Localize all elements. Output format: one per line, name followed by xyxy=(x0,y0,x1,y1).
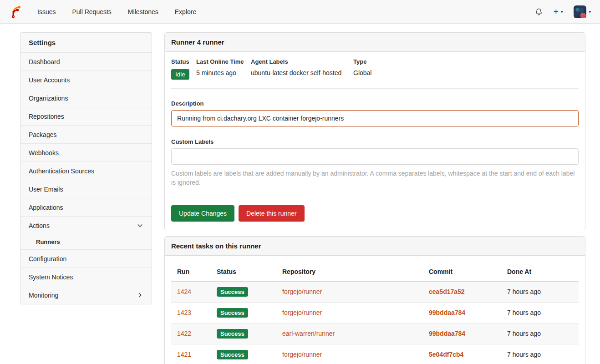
commit-link[interactable]: 5e04df7cb4 xyxy=(429,351,463,358)
sidebar-item-organizations[interactable]: Organizations xyxy=(20,89,152,107)
section-divider xyxy=(171,88,579,89)
navbar-right: + ▾ ▾ xyxy=(535,5,591,18)
sidebar-item-user-accounts[interactable]: User Accounts xyxy=(20,71,152,89)
sidebar-item-packages[interactable]: Packages xyxy=(20,125,152,143)
create-new-dropdown[interactable]: + ▾ xyxy=(554,7,563,16)
table-row: 1424 Success forgejo/runner cea5d17a52 7… xyxy=(171,281,579,302)
recent-tasks-title: Recent tasks on this runner xyxy=(165,237,585,256)
nav-links: Issues Pull Requests Milestones Explore xyxy=(37,8,196,15)
delete-runner-button[interactable]: Delete this runner xyxy=(239,205,305,222)
runner-panel-title: Runner 4 runner xyxy=(165,33,585,52)
nav-item-milestones[interactable]: Milestones xyxy=(128,8,158,15)
user-menu-dropdown[interactable]: ▾ xyxy=(574,5,591,18)
sidebar-item-dashboard[interactable]: Dashboard xyxy=(20,52,152,71)
repository-link[interactable]: forgejo/runner xyxy=(282,288,322,295)
commit-link[interactable]: 99bddaa784 xyxy=(429,330,465,337)
sidebar-item-label: Actions xyxy=(29,222,50,229)
repository-link[interactable]: forgejo/runner xyxy=(282,351,322,358)
agent-labels-label: Agent Labels xyxy=(251,58,353,65)
table-row: 1422 Success earl-warren/runner 99bddaa7… xyxy=(171,323,579,344)
description-input[interactable] xyxy=(171,110,579,126)
nav-item-pull-requests[interactable]: Pull Requests xyxy=(72,8,111,15)
nav-item-issues[interactable]: Issues xyxy=(37,8,56,15)
column-header-repository: Repository xyxy=(276,262,423,282)
column-header-done-at: Done At xyxy=(501,262,579,282)
status-badge: Success xyxy=(217,287,248,297)
type-value: Global xyxy=(353,69,579,76)
status-badge: Success xyxy=(217,308,248,318)
status-badge: Success xyxy=(217,329,248,339)
sidebar-item-monitoring[interactable]: Monitoring xyxy=(20,286,152,304)
nav-item-explore[interactable]: Explore xyxy=(175,8,196,15)
user-avatar xyxy=(574,5,586,18)
forgejo-logo-icon[interactable] xyxy=(9,5,23,19)
top-navbar: Issues Pull Requests Milestones Explore … xyxy=(0,0,600,24)
done-at-value: 7 hours ago xyxy=(501,302,579,323)
column-header-status: Status xyxy=(211,262,276,282)
commit-link[interactable]: cea5d17a52 xyxy=(429,288,465,295)
repository-link[interactable]: forgejo/runner xyxy=(282,309,322,316)
update-changes-button[interactable]: Update Changes xyxy=(171,205,234,222)
notifications-bell-icon[interactable] xyxy=(535,8,543,16)
sidebar-item-configuration[interactable]: Configuration xyxy=(20,249,152,268)
commit-link[interactable]: 99bddaa784 xyxy=(429,309,465,316)
last-online-value: 5 minutes ago xyxy=(196,69,251,76)
chevron-down-icon xyxy=(137,222,143,229)
done-at-value: 7 hours ago xyxy=(501,281,579,302)
sidebar-item-repositories[interactable]: Repositories xyxy=(20,107,152,125)
sidebar-item-applications[interactable]: Applications xyxy=(20,198,152,216)
sidebar-header-settings: Settings xyxy=(20,33,152,52)
sidebar-item-user-emails[interactable]: User Emails xyxy=(20,180,152,198)
table-row: 1421 Success forgejo/runner 5e04df7cb4 7… xyxy=(171,344,579,364)
recent-tasks-table: Run Status Repository Commit Done At 142… xyxy=(171,262,579,364)
main-content: Runner 4 runner Status Idle Last Online … xyxy=(164,32,585,364)
run-link[interactable]: 1422 xyxy=(177,330,191,337)
caret-down-icon: ▾ xyxy=(561,10,563,14)
table-header-row: Run Status Repository Commit Done At xyxy=(171,262,579,282)
agent-labels-value: ubuntu-latest docker self-hosted xyxy=(251,69,353,76)
run-link[interactable]: 1423 xyxy=(177,309,191,316)
caret-down-icon: ▾ xyxy=(589,10,591,14)
custom-labels-input[interactable] xyxy=(171,148,579,165)
sidebar-item-webhooks[interactable]: Webhooks xyxy=(20,143,152,162)
sidebar-item-actions[interactable]: Actions xyxy=(20,216,152,234)
sidebar-item-system-notices[interactable]: System Notices xyxy=(20,268,152,286)
sidebar-item-runners[interactable]: Runners xyxy=(20,234,152,249)
run-link[interactable]: 1421 xyxy=(177,351,191,358)
status-badge: Idle xyxy=(171,69,189,80)
column-header-run: Run xyxy=(171,262,211,282)
admin-settings-sidebar: Settings Dashboard User Accounts Organiz… xyxy=(20,32,152,304)
description-label: Description xyxy=(171,100,579,107)
column-header-commit: Commit xyxy=(423,262,501,282)
runner-info-grid: Status Idle Last Online Time 5 minutes a… xyxy=(171,58,579,80)
custom-labels-label: Custom Labels xyxy=(171,138,579,145)
status-label: Status xyxy=(171,58,196,65)
sidebar-item-label: Monitoring xyxy=(29,292,58,299)
status-badge: Success xyxy=(217,350,248,359)
done-at-value: 7 hours ago xyxy=(501,323,579,344)
type-label: Type xyxy=(353,58,579,65)
recent-tasks-panel: Recent tasks on this runner Run Status R… xyxy=(164,236,585,364)
plus-icon: + xyxy=(554,7,559,16)
custom-labels-help-text: Custom labels are labels that are added … xyxy=(171,169,579,187)
runner-detail-panel: Runner 4 runner Status Idle Last Online … xyxy=(164,32,585,230)
chevron-right-icon xyxy=(137,292,143,298)
table-row: 1423 Success forgejo/runner 99bddaa784 7… xyxy=(171,302,579,323)
repository-link[interactable]: earl-warren/runner xyxy=(282,330,335,337)
sidebar-item-authentication-sources[interactable]: Authentication Sources xyxy=(20,162,152,180)
run-link[interactable]: 1424 xyxy=(177,288,191,295)
done-at-value: 7 hours ago xyxy=(501,344,579,364)
last-online-label: Last Online Time xyxy=(196,58,251,65)
